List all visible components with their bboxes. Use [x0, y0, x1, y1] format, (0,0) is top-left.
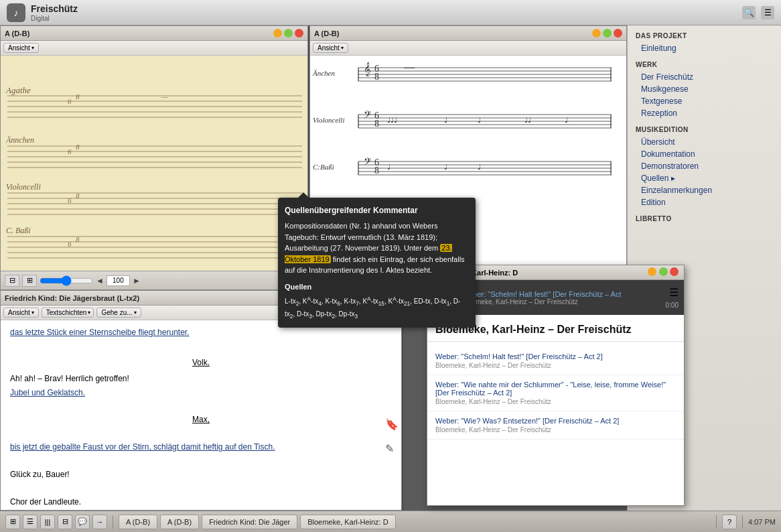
track-item-1[interactable]: Weber: "Schelm! Halt fest!" [Der Freisch…: [427, 347, 684, 375]
sidebar-item-demonstratoren[interactable]: Demonstratoren: [636, 160, 773, 172]
sidebar-item-dokumentation[interactable]: Dokumentation: [636, 148, 773, 160]
textschichten-btn[interactable]: Textschichten: [42, 308, 94, 318]
taskbar-icon-comment[interactable]: 💬: [75, 515, 90, 529]
taskbar-tab-1[interactable]: A (D-B): [119, 515, 157, 529]
taskbar-icon-split[interactable]: ⊟: [58, 515, 72, 529]
sidebar-section-title-libretto: Libretto: [636, 215, 773, 222]
zoom-right-btn[interactable]: ►: [133, 276, 141, 285]
manuscript-image: Agathe 6 8 — Ännchen 6 8: [1, 56, 307, 271]
panel-manuscript-toolbar: Ansicht: [1, 41, 307, 56]
panel-manuscript-content: Agathe 6 8 — Ännchen 6 8: [1, 56, 307, 271]
svg-text:6: 6: [68, 240, 72, 248]
sidebar-item-uebersicht[interactable]: Übersicht: [636, 136, 773, 148]
zoom-left-btn[interactable]: ◄: [96, 276, 104, 285]
app-icon-symbol: ♪: [14, 7, 19, 18]
svg-text:—: —: [403, 61, 415, 72]
text-speaker-volk: Volk.: [10, 356, 392, 369]
ansicht-btn-score[interactable]: Ansicht: [313, 43, 348, 53]
minimize-btn-left[interactable]: [273, 29, 282, 38]
svg-text:8: 8: [76, 92, 80, 101]
close-btn-left[interactable]: [295, 29, 303, 38]
taskbar-divider-time: [742, 515, 743, 529]
track-item-2[interactable]: Weber: "Wie nahte mir der Schlummer" - "…: [427, 375, 684, 411]
close-btn-bloemeke[interactable]: [670, 267, 679, 276]
svg-text:Änchen: Änchen: [312, 69, 335, 77]
taskbar: ⊞ ☰ ||| ⊟ 💬 → A (D-B) A (D-B) Friedrich …: [0, 511, 781, 532]
svg-text:♩: ♩: [444, 116, 447, 124]
tooltip-highlight: 23. Oktober 1819: [285, 244, 452, 263]
minimize-btn-right[interactable]: [592, 29, 601, 38]
taskbar-divider-right: [716, 515, 717, 529]
playlist-icon[interactable]: ☰: [669, 286, 679, 299]
sidebar-item-quellen[interactable]: Quellen ▸: [636, 172, 773, 184]
ansicht-btn-text[interactable]: Ansicht: [3, 308, 39, 318]
bookmark-icon[interactable]: 🔖: [385, 415, 399, 435]
track-artist-3: Bloemeke, Karl-Heinz – Der Freischütz: [435, 426, 676, 434]
side-icons: 🔖 ✎: [385, 415, 399, 460]
annotation-icon[interactable]: ✎: [385, 440, 399, 459]
restore-btn-left[interactable]: [284, 29, 293, 38]
tooltip: Quellenübergreifender Kommentar Komposit…: [278, 198, 476, 328]
svg-text:8: 8: [76, 192, 80, 200]
now-playing-time: 0:00: [666, 302, 679, 309]
svg-text:Violoncelli: Violoncelli: [313, 116, 344, 124]
restore-btn-bloemeke[interactable]: [659, 267, 668, 276]
close-btn-right[interactable]: [614, 29, 622, 38]
restore-btn-right[interactable]: [603, 29, 612, 38]
panel-text-content[interactable]: das letzte Stück einer Sternscheibe flie…: [1, 320, 401, 510]
text-line-1[interactable]: das letzte Stück einer Sternscheibe flie…: [10, 328, 190, 337]
sidebar-item-musikgenese[interactable]: Musikgenese: [636, 83, 773, 95]
zoom-input[interactable]: [106, 275, 130, 286]
tooltip-title: Quellenübergreifender Kommentar: [285, 204, 469, 216]
zoom-slider[interactable]: [40, 275, 93, 286]
now-playing-title: Weber: "Schelm! Halt fest!" [Der Freisch…: [462, 290, 660, 298]
track-item-3[interactable]: Weber: "Wie? Was? Entsetzen!" [Der Freis…: [427, 411, 684, 440]
panel-score-toolbar: Ansicht: [310, 41, 626, 56]
app-icon: ♪: [7, 3, 25, 22]
panel-score-titlebar: A (D-B): [310, 26, 626, 41]
taskbar-icon-columns[interactable]: |||: [40, 515, 55, 529]
gehe-zu-btn-text[interactable]: Gehe zu...: [96, 308, 141, 318]
sidebar-item-rezeption[interactable]: Rezeption: [636, 107, 773, 119]
sidebar-item-einleitung[interactable]: Einleitung: [636, 42, 773, 54]
panel-manuscript-title: A (D-B): [5, 29, 273, 38]
sidebar-item-textgenese[interactable]: Textgenese: [636, 95, 773, 107]
track-artist-2: Bloemeke, Karl-Heinz – Der Freischütz: [435, 398, 676, 405]
sidebar-section-libretto: Libretto: [636, 215, 773, 222]
taskbar-icon-list[interactable]: ☰: [23, 515, 38, 529]
sidebar-item-freischuetz[interactable]: Der Freischütz: [636, 71, 773, 83]
svg-text:—: —: [161, 92, 168, 101]
sidebar-item-einzelanmerkungen[interactable]: Einzelanmerkungen: [636, 184, 773, 196]
svg-text:8: 8: [76, 143, 80, 151]
text-line-volk: Ah! ah! – Brav! Herrlich getroffen!: [10, 374, 129, 383]
text-line-jubel[interactable]: Jubel und Geklatsch.: [10, 388, 85, 397]
track-artist-1: Bloemeke, Karl-Heinz – Der Freischütz: [435, 362, 676, 369]
svg-text:♩: ♩: [444, 163, 447, 171]
sidebar-item-edition[interactable]: Edition: [636, 196, 773, 208]
svg-text:Ännchen: Ännchen: [5, 135, 34, 145]
sidebar-section-title-musikedition: Musikedition: [636, 126, 773, 133]
taskbar-tab-4[interactable]: Bloemeke, Karl-Heinz: D: [300, 515, 395, 529]
svg-text:8: 8: [76, 235, 80, 243]
now-playing-text: Weber: "Schelm! Halt fest!" [Der Freisch…: [462, 290, 660, 306]
svg-text:C. Baßi: C. Baßi: [6, 226, 31, 235]
minimize-btn-bloemeke[interactable]: [648, 267, 656, 276]
track-title-3: Weber: "Wie? Was? Entsetzen!" [Der Freis…: [435, 417, 676, 425]
track-title-2: Weber: "Wie nahte mir der Schlummer" - "…: [435, 381, 676, 397]
taskbar-icon-grid[interactable]: ⊞: [5, 515, 20, 529]
taskbar-icon-arrow[interactable]: →: [92, 515, 107, 529]
taskbar-divider: [113, 515, 113, 529]
svg-text:𝄢: 𝄢: [364, 109, 372, 123]
tooltip-sources-title: Quellen: [285, 281, 469, 293]
taskbar-tab-3[interactable]: Friedrich Kind: Die Jäger: [202, 515, 297, 529]
menu-button[interactable]: ☰: [761, 6, 774, 19]
text-line-max[interactable]: bis jetzt die geballte Faust vor der Sti…: [10, 442, 275, 452]
taskbar-help-btn[interactable]: ?: [722, 515, 737, 529]
tooltip-body: Kompositionsdaten (Nr. 1) anhand von Web…: [285, 220, 469, 276]
columns-btn[interactable]: ⊞: [22, 275, 37, 287]
text-body: das letzte Stück einer Sternscheibe flie…: [10, 326, 392, 509]
ansicht-btn-left[interactable]: Ansicht: [3, 43, 39, 53]
search-button[interactable]: 🔍: [742, 6, 756, 19]
taskbar-tab-2[interactable]: A (D-B): [160, 515, 199, 529]
view-mode-btn[interactable]: ⊟: [5, 275, 19, 287]
